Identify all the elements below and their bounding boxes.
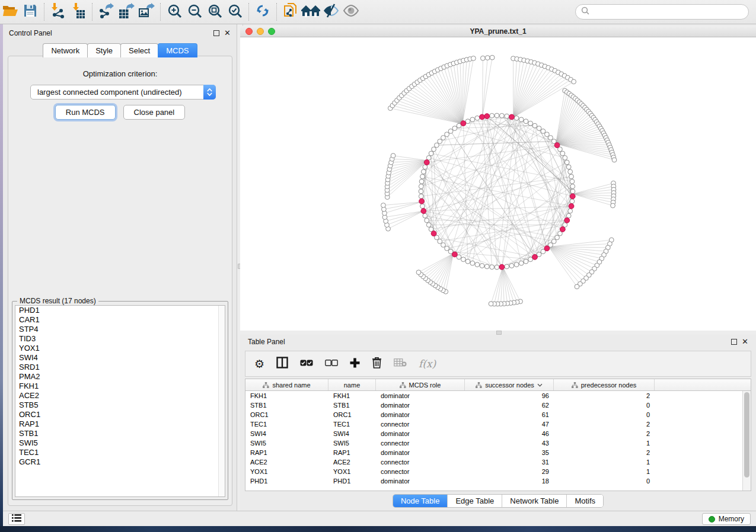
tab-network-table[interactable]: Network Table [502,495,566,507]
graph-node[interactable] [490,113,495,118]
float-panel-icon[interactable] [213,30,219,36]
graph-node[interactable] [499,113,504,118]
table-row[interactable]: ORC1ORC1dominator610 [245,410,742,419]
graph-node[interactable] [519,261,524,265]
graph-node[interactable] [429,151,433,156]
dominator-node[interactable] [570,194,575,199]
graph-node[interactable] [452,126,457,131]
network-window-titlebar[interactable]: YPA_prune.txt_1 [240,26,756,37]
graph-leaf-node[interactable] [572,79,576,84]
table-row[interactable]: TEC1TEC1connector472 [245,419,742,429]
graph-node[interactable] [560,151,565,156]
table-row[interactable]: FKH1FKH1dominator962 [245,391,742,400]
network-view[interactable] [240,37,756,331]
graph-node[interactable] [448,129,453,134]
graph-node[interactable] [420,174,425,179]
table-settings-button[interactable]: ⚙ [254,358,264,370]
graph-node[interactable] [426,155,431,160]
unselect-all-columns-button[interactable] [325,358,338,369]
dominator-node[interactable] [461,121,466,126]
graph-node[interactable] [445,132,449,137]
dominator-node[interactable] [509,114,515,120]
graph-node[interactable] [484,264,489,269]
zoom-out-button[interactable] [184,2,205,22]
dominator-node[interactable] [452,252,457,257]
graph-leaf-node[interactable] [381,203,386,208]
graph-node[interactable] [475,116,480,120]
graph-node[interactable] [423,213,428,218]
open-file-button[interactable] [0,2,20,22]
graph-leaf-node[interactable] [611,203,615,208]
graph-node[interactable] [421,169,426,174]
graph-node[interactable] [570,184,575,189]
dominator-node[interactable] [560,227,565,232]
graph-node[interactable] [514,262,519,267]
graph-node[interactable] [432,147,436,152]
graph-node[interactable] [568,169,573,174]
table-scrollbar[interactable] [742,391,751,491]
graph-node[interactable] [564,160,569,165]
dominator-node[interactable] [544,246,550,251]
hide-selected-button[interactable] [321,2,341,22]
list-item[interactable]: FKH1 [15,382,225,391]
graph-leaf-node[interactable] [612,158,617,162]
graph-node[interactable] [470,117,475,122]
list-item[interactable]: ORC1 [15,410,225,419]
save-session-button[interactable] [20,2,40,22]
function-builder-button[interactable]: f(x) [419,358,436,370]
dominator-node[interactable] [554,143,560,148]
new-network-from-selection-button[interactable] [280,2,301,22]
graph-leaf-node[interactable] [471,56,476,61]
graph-leaf-node[interactable] [416,270,421,275]
list-item[interactable]: TID3 [15,334,225,344]
tab-mcds[interactable]: MCDS [158,43,197,57]
tab-node-table[interactable]: Node Table [393,495,448,507]
graph-leaf-node[interactable] [490,55,495,60]
export-image-button[interactable] [136,2,157,22]
dominator-node[interactable] [569,204,574,209]
graph-leaf-node[interactable] [391,153,395,158]
list-item[interactable]: SWI4 [15,353,225,363]
graph-node[interactable] [490,265,495,270]
graph-node[interactable] [438,239,442,243]
result-list-scrollbar[interactable] [218,306,225,496]
graph-node[interactable] [514,116,519,120]
graph-node[interactable] [570,189,575,194]
list-item[interactable]: RAP1 [15,419,225,429]
run-mcds-button[interactable]: Run MCDS [55,105,116,120]
close-panel-icon[interactable]: ✕ [224,30,231,36]
graph-leaf-node[interactable] [575,284,579,289]
graph-node[interactable] [505,264,509,269]
export-network-button[interactable] [96,2,116,22]
graph-node[interactable] [548,136,553,140]
import-table-button[interactable] [68,2,88,22]
tab-network[interactable]: Network [43,43,88,57]
list-item[interactable]: GCR1 [15,457,225,467]
task-history-button[interactable] [8,513,25,525]
graph-leaf-node[interactable] [485,56,490,60]
export-table-button[interactable] [116,2,136,22]
dominator-node[interactable] [532,254,538,259]
graph-node[interactable] [445,246,449,251]
horizontal-splitter[interactable] [240,331,756,335]
tab-edge-table[interactable]: Edge Table [447,495,502,507]
list-item[interactable]: YOX1 [15,344,225,353]
graph-node[interactable] [532,123,537,128]
memory-button[interactable]: Memory [702,513,751,525]
graph-node[interactable] [570,179,575,184]
dominator-node[interactable] [564,218,570,223]
graph-node[interactable] [563,155,567,160]
group-nodes-button[interactable] [301,2,321,22]
zoom-fit-button[interactable] [205,2,225,22]
graph-leaf-node[interactable] [489,302,493,306]
list-item[interactable]: STB1 [15,429,225,438]
table-row[interactable]: PHD1PHD1dominator180 [245,476,742,486]
float-panel-icon[interactable] [731,339,737,345]
list-item[interactable]: ACE2 [15,391,225,400]
graph-node[interactable] [470,261,475,265]
dominator-node[interactable] [484,114,490,119]
dominator-node[interactable] [431,231,436,236]
graph-node[interactable] [465,119,470,124]
graph-node[interactable] [551,239,556,243]
delete-table-button[interactable] [394,358,407,369]
